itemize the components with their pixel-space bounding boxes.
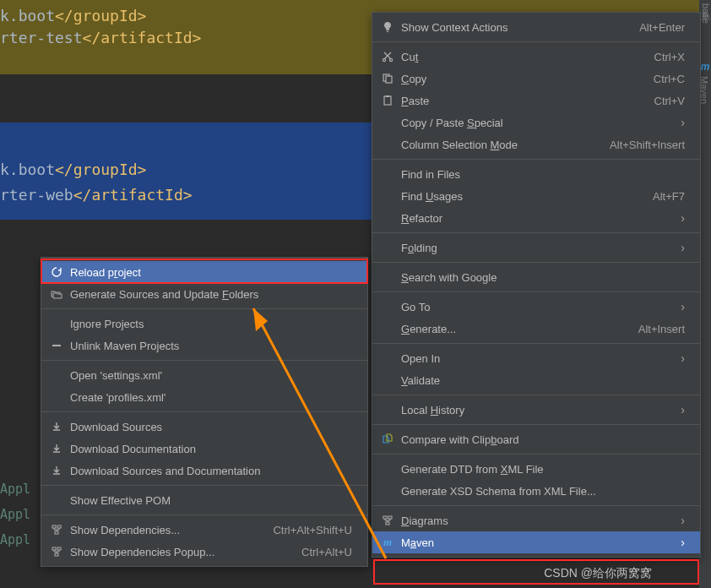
- menu-local-history[interactable]: Local History ›: [372, 399, 700, 421]
- menu-find-in-files[interactable]: Find in Files: [372, 163, 700, 185]
- menu-generate-xsd[interactable]: Generate XSD Schema from XML File...: [372, 480, 700, 502]
- paste-icon: [379, 94, 396, 107]
- blank-icon: [379, 189, 396, 203]
- menu-column-selection[interactable]: Column Selection Mode Alt+Shift+Insert: [372, 133, 700, 155]
- menu-separator: [372, 454, 700, 455]
- chevron-right-icon: ›: [681, 116, 685, 129]
- download-icon: [48, 420, 65, 433]
- maven-icon: m: [379, 536, 396, 549]
- menu-show-dependencies-popup[interactable]: Show Dependencies Popup... Ctrl+Alt+U: [41, 541, 367, 563]
- menu-download-both[interactable]: Download Sources and Documentation: [41, 460, 367, 482]
- gutter-text: Appl: [0, 507, 30, 522]
- menu-item-label: Create 'profiles.xml': [70, 391, 352, 404]
- menu-go-to[interactable]: Go To ›: [372, 296, 700, 318]
- tool-window-label[interactable]: 糸base: [699, 0, 711, 24]
- menu-item-label: Show Effective POM: [70, 494, 352, 507]
- menu-compare-clipboard[interactable]: Compare with Clipboard: [372, 428, 700, 450]
- menu-show-dependencies[interactable]: Show Dependencies... Ctrl+Alt+Shift+U: [41, 519, 367, 541]
- svg-point-0: [383, 58, 385, 61]
- folders-icon: [48, 287, 65, 301]
- menu-item-label: Go To: [401, 301, 667, 313]
- svg-rect-11: [57, 525, 61, 528]
- svg-rect-3: [386, 76, 392, 83]
- code-line: rter-test</artifactId>: [0, 29, 201, 46]
- menu-maven[interactable]: m Maven ›: [372, 531, 700, 553]
- menu-shortcut: Alt+Insert: [638, 323, 685, 335]
- minus-icon: [48, 339, 65, 352]
- menu-open-settings-xml[interactable]: Open 'settings.xml': [41, 364, 367, 386]
- menu-separator: [372, 159, 700, 160]
- blank-icon: [379, 241, 396, 254]
- code-tag: </artifactId>: [73, 186, 193, 204]
- svg-rect-15: [55, 553, 58, 556]
- menu-shortcut: Ctrl+Alt+U: [301, 546, 352, 558]
- menu-search-google[interactable]: Search with Google: [372, 266, 700, 288]
- menu-copy[interactable]: Copy Ctrl+C: [372, 68, 700, 90]
- gutter-text: Appl: [0, 532, 30, 547]
- code-plain: rter-web: [0, 186, 73, 204]
- menu-item-label: Download Sources and Documentation: [70, 465, 352, 477]
- blank-icon: [379, 300, 396, 313]
- menu-separator: [372, 232, 700, 233]
- menu-item-label: Reload project: [70, 266, 352, 279]
- menu-separator: [372, 41, 700, 42]
- menu-open-in[interactable]: Open In ›: [372, 347, 700, 369]
- menu-item-label: Cut: [401, 51, 638, 63]
- menu-unlink-maven[interactable]: Unlink Maven Projects: [41, 335, 367, 357]
- code-line: k.boot</groupId>: [0, 161, 146, 178]
- menu-copy-paste-special[interactable]: Copy / Paste Special ›: [372, 112, 700, 133]
- menu-paste[interactable]: Paste Ctrl+V: [372, 90, 700, 112]
- blank-icon: [379, 116, 396, 129]
- download-icon: [48, 442, 65, 455]
- context-menu-maven: Reload project Generate Sources and Upda…: [41, 257, 368, 567]
- menu-show-effective-pom[interactable]: Show Effective POM: [41, 489, 367, 511]
- chevron-right-icon: ›: [681, 536, 685, 549]
- menu-generate-sources[interactable]: Generate Sources and Update Folders: [41, 283, 367, 305]
- blank-icon: [48, 368, 65, 382]
- cut-icon: [379, 50, 396, 63]
- blank-icon: [379, 373, 396, 387]
- blank-icon: [48, 317, 65, 330]
- menu-show-context-actions[interactable]: Show Context Actions Alt+Enter: [372, 16, 700, 38]
- menu-separator: [41, 485, 367, 486]
- menu-separator: [372, 343, 700, 344]
- menu-refactor[interactable]: Refactor ›: [372, 207, 700, 229]
- menu-separator: [41, 411, 367, 412]
- menu-shortcut: Ctrl+Alt+Shift+U: [273, 524, 352, 536]
- menu-generate-dtd[interactable]: Generate DTD from XML File: [372, 458, 700, 480]
- menu-diagrams[interactable]: Diagrams ›: [372, 509, 700, 531]
- right-tool-strip[interactable]: 糸base m Maven: [699, 0, 711, 588]
- chevron-right-icon: ›: [681, 241, 685, 254]
- copy-icon: [379, 72, 396, 85]
- menu-item-label: Find in Files: [401, 168, 685, 181]
- blank-icon: [379, 462, 396, 476]
- menu-separator: [372, 424, 700, 425]
- blank-icon: [379, 270, 396, 284]
- menu-folding[interactable]: Folding ›: [372, 237, 700, 259]
- context-menu-main: Show Context Actions Alt+Enter Cut Ctrl+…: [372, 12, 701, 558]
- menu-item-label: Show Dependencies...: [70, 524, 256, 536]
- menu-create-profiles-xml[interactable]: Create 'profiles.xml': [41, 386, 367, 408]
- menu-item-label: Paste: [401, 95, 638, 107]
- menu-item-label: Show Context Actions: [401, 21, 622, 34]
- menu-item-label: Find Usages: [401, 190, 636, 203]
- menu-reload-project[interactable]: Reload project: [41, 261, 367, 283]
- menu-item-label: Copy: [401, 73, 637, 85]
- blank-icon: [379, 138, 396, 151]
- menu-item-label: Local History: [401, 404, 667, 416]
- blank-icon: [379, 211, 396, 225]
- menu-find-usages[interactable]: Find Usages Alt+F7: [372, 185, 700, 207]
- menu-download-sources[interactable]: Download Sources: [41, 416, 367, 438]
- code-plain: rter-test: [0, 29, 83, 46]
- menu-download-docs[interactable]: Download Documentation: [41, 438, 367, 460]
- menu-ignore-projects[interactable]: Ignore Projects: [41, 313, 367, 335]
- svg-rect-7: [388, 516, 392, 519]
- menu-cut[interactable]: Cut Ctrl+X: [372, 46, 700, 68]
- menu-validate[interactable]: Validate: [372, 369, 700, 391]
- menu-separator: [372, 395, 700, 395]
- blank-icon: [379, 484, 396, 498]
- menu-item-label: Ignore Projects: [70, 318, 352, 330]
- svg-point-1: [389, 58, 392, 61]
- svg-rect-6: [383, 516, 387, 519]
- menu-generate[interactable]: Generate... Alt+Insert: [372, 318, 700, 340]
